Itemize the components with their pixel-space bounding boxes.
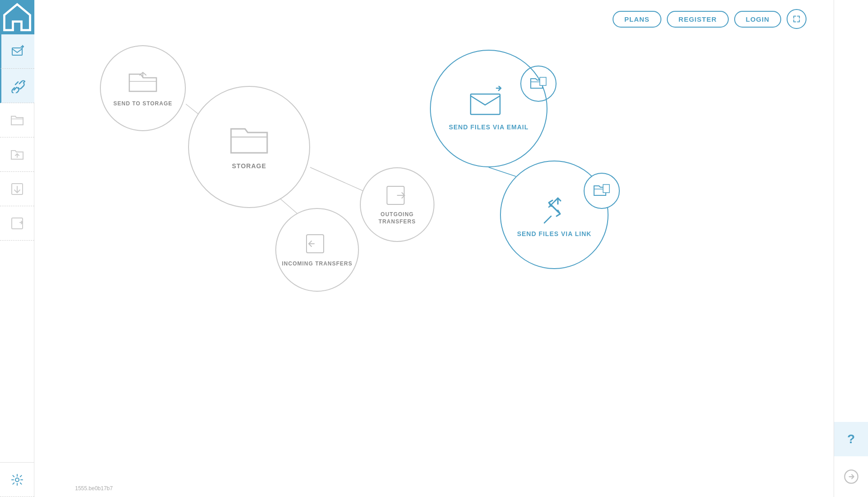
incoming-transfers-icon <box>304 232 330 256</box>
sidebar-item-outgoing[interactable] <box>0 206 34 241</box>
logout-icon <box>843 469 859 485</box>
right-panel: ? <box>834 0 868 497</box>
plans-button[interactable]: PLANS <box>613 11 661 28</box>
sidebar-item-upload[interactable] <box>0 137 34 172</box>
outgoing-transfers-circle[interactable]: OUTGOINGTRANSFERS <box>360 167 434 242</box>
sidebar-item-folder[interactable] <box>0 103 34 137</box>
help-icon: ? <box>847 432 855 446</box>
svg-line-9 <box>489 167 516 176</box>
send-to-storage-label: SEND TO STORAGE <box>113 100 173 108</box>
storage-folder-icon <box>229 123 269 157</box>
outgoing-transfers-label: OUTGOINGTRANSFERS <box>378 211 415 225</box>
sidebar-item-link[interactable] <box>0 69 34 103</box>
folder-copy-icon-link <box>593 184 610 198</box>
send-link-icon <box>535 191 574 225</box>
main-content: PLANS REGISTER LOGIN STORAGE <box>34 0 834 497</box>
logout-button[interactable] <box>840 465 863 488</box>
link-sidebar-icon <box>11 79 25 93</box>
expand-button[interactable] <box>787 9 807 29</box>
svg-line-5 <box>310 167 371 194</box>
help-button[interactable]: ? <box>834 422 868 456</box>
send-files-via-link-label: SEND FILES VIA LINK <box>517 230 592 238</box>
register-button[interactable]: REGISTER <box>667 11 729 28</box>
send-email-sidebar-icon <box>11 44 25 59</box>
incoming-sidebar-icon <box>10 182 24 196</box>
top-bar: PLANS REGISTER LOGIN <box>613 9 807 29</box>
send-files-via-link-small-circle[interactable] <box>584 173 620 209</box>
storage-circle[interactable]: STORAGE <box>188 86 310 208</box>
outgoing-transfers-icon <box>385 184 410 207</box>
sidebar <box>0 0 34 497</box>
folder-copy-icon-email <box>530 76 547 91</box>
upload-sidebar-icon <box>10 147 24 162</box>
sidebar-settings-section <box>0 462 34 497</box>
incoming-transfers-label: INCOMING TRANSFERS <box>282 260 353 268</box>
outgoing-sidebar-icon <box>10 216 24 231</box>
version-text: 1555.be0b17b7 <box>75 485 113 492</box>
storage-label: STORAGE <box>232 162 266 170</box>
send-to-storage-icon <box>127 69 159 96</box>
svg-rect-0 <box>12 48 22 55</box>
send-files-via-email-label: SEND FILES VIA EMAIL <box>449 123 529 131</box>
sidebar-item-settings[interactable] <box>0 463 34 497</box>
sidebar-home-button[interactable] <box>0 0 34 34</box>
incoming-transfers-circle[interactable]: INCOMING TRANSFERS <box>275 208 359 292</box>
svg-point-3 <box>15 478 19 482</box>
expand-icon <box>793 15 801 23</box>
sidebar-item-incoming[interactable] <box>0 172 34 206</box>
login-button[interactable]: LOGIN <box>734 11 782 28</box>
sidebar-item-send-email[interactable] <box>0 34 34 69</box>
svg-rect-2 <box>12 218 23 229</box>
home-icon <box>0 0 34 34</box>
send-to-storage-circle[interactable]: SEND TO STORAGE <box>100 45 186 131</box>
settings-sidebar-icon <box>10 473 24 487</box>
send-files-via-email-small-circle[interactable] <box>520 66 557 102</box>
folder-sidebar-icon <box>10 113 24 128</box>
send-email-icon <box>468 86 509 118</box>
